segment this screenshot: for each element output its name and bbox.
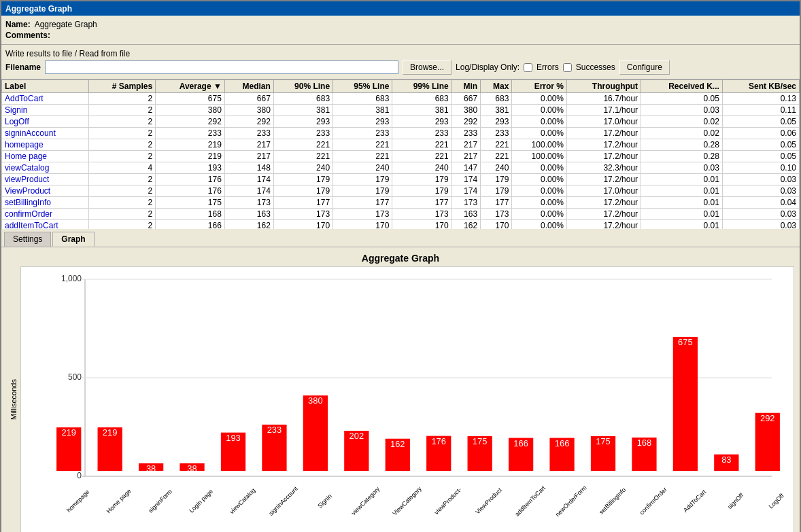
- table-cell: 17.2/hour: [566, 151, 641, 162]
- table-cell: viewCatalog: [2, 162, 89, 174]
- chart-inner: 1,000 500 0 2192193838193233380202162176…: [20, 266, 794, 532]
- table-row: LogOff22922922932932932922930.00%17.0/ho…: [2, 116, 800, 128]
- col-label[interactable]: Label: [2, 80, 89, 93]
- table-cell: 179: [273, 185, 333, 197]
- table-cell: 219: [156, 151, 225, 162]
- table-cell: 0.03: [641, 105, 723, 116]
- table-cell: 233: [481, 128, 512, 139]
- table-cell: 0.04: [722, 197, 799, 209]
- col-99line[interactable]: 99% Line: [392, 80, 451, 93]
- table-cell: 148: [224, 162, 273, 174]
- col-sent[interactable]: Sent KB/sec: [722, 80, 799, 93]
- tab-graph[interactable]: Graph: [52, 232, 94, 247]
- col-received[interactable]: Received K...: [641, 80, 723, 93]
- table-cell: 179: [481, 174, 512, 185]
- table-row: setBillingInfo21751731771771771731770.00…: [2, 197, 800, 209]
- svg-text:0: 0: [77, 471, 82, 480]
- results-table-container[interactable]: Label # Samples Average ▼ Median 90% Lin…: [1, 79, 800, 229]
- table-cell: 221: [481, 139, 512, 151]
- window-title: Aggregate Graph: [5, 4, 72, 14]
- table-cell: 240: [392, 162, 451, 174]
- bar-value-label: 38: [187, 464, 197, 471]
- filename-label: Filename: [5, 63, 41, 72]
- bar-value-label: 675: [678, 338, 693, 347]
- y-axis-label: Milliseconds: [7, 266, 20, 532]
- table-cell: 0.00%: [512, 93, 567, 105]
- table-cell: 0.03: [641, 162, 723, 174]
- bar-value-label: 380: [308, 396, 323, 405]
- configure-button[interactable]: Configure: [619, 60, 670, 75]
- table-cell: 0.00%: [512, 116, 567, 128]
- table-cell: Signin: [2, 105, 89, 116]
- col-samples[interactable]: # Samples: [89, 80, 156, 93]
- table-cell: 170: [333, 220, 392, 230]
- table-cell: 175: [156, 197, 225, 209]
- table-cell: 381: [333, 105, 392, 116]
- table-cell: 2: [89, 151, 156, 162]
- col-median[interactable]: Median: [224, 80, 273, 93]
- successes-checkbox[interactable]: [563, 63, 572, 72]
- table-cell: 293: [333, 116, 392, 128]
- log-display-row: Log/Display Only: Errors Successes: [456, 63, 615, 72]
- table-cell: 174: [451, 185, 480, 197]
- table-cell: 675: [156, 93, 225, 105]
- main-window: Aggregate Graph Name: Aggregate Graph Co…: [0, 0, 801, 532]
- col-90line[interactable]: 90% Line: [273, 80, 333, 93]
- table-cell: 221: [481, 151, 512, 162]
- table-cell: ViewProduct: [2, 185, 89, 197]
- table-cell: 0.05: [641, 93, 723, 105]
- table-cell: 0.01: [641, 197, 723, 209]
- table-cell: 176: [156, 185, 225, 197]
- table-cell: 0.00%: [512, 174, 567, 185]
- table-cell: 0.11: [722, 105, 799, 116]
- table-cell: 381: [392, 105, 451, 116]
- table-cell: 2: [89, 197, 156, 209]
- table-cell: 179: [333, 174, 392, 185]
- col-error[interactable]: Error %: [512, 80, 567, 93]
- table-cell: Home page: [2, 151, 89, 162]
- col-95line[interactable]: 95% Line: [333, 80, 392, 93]
- table-cell: 17.2/hour: [566, 209, 641, 220]
- bar-value-label: 83: [721, 455, 731, 464]
- table-cell: 17.0/hour: [566, 116, 641, 128]
- errors-checkbox[interactable]: [524, 63, 532, 72]
- table-row: viewProduct21761741791791791741790.00%17…: [2, 174, 800, 185]
- table-cell: 17.2/hour: [566, 128, 641, 139]
- bar-value-label: 219: [103, 428, 118, 437]
- table-cell: 221: [392, 139, 451, 151]
- table-cell: 100.00%: [512, 151, 567, 162]
- table-cell: 163: [451, 209, 480, 220]
- table-cell: 17.2/hour: [566, 139, 641, 151]
- table-row: confirmOrder21681631731731731631730.00%1…: [2, 209, 800, 220]
- table-cell: 683: [392, 93, 451, 105]
- table-cell: 0.00%: [512, 128, 567, 139]
- browse-button[interactable]: Browse...: [403, 60, 451, 75]
- tab-settings[interactable]: Settings: [4, 232, 51, 247]
- table-cell: setBillingInfo: [2, 197, 89, 209]
- table-cell: 163: [224, 209, 273, 220]
- filename-input[interactable]: [45, 60, 398, 74]
- table-cell: 240: [481, 162, 512, 174]
- table-cell: 174: [224, 174, 273, 185]
- name-value: Aggregate Graph: [35, 20, 97, 29]
- col-average[interactable]: Average ▼: [156, 80, 225, 93]
- table-cell: 179: [333, 185, 392, 197]
- table-cell: 2: [89, 139, 156, 151]
- table-cell: 173: [273, 209, 333, 220]
- table-cell: 0.10: [722, 162, 799, 174]
- table-cell: 219: [156, 139, 225, 151]
- col-min[interactable]: Min: [451, 80, 480, 93]
- col-throughput[interactable]: Throughput: [566, 80, 641, 93]
- bar-value-label: 175: [596, 437, 611, 446]
- table-cell: signinAccount: [2, 128, 89, 139]
- table-cell: 380: [224, 105, 273, 116]
- table-cell: 179: [273, 174, 333, 185]
- bar-value-label: 176: [431, 437, 446, 446]
- table-cell: 380: [451, 105, 480, 116]
- table-cell: 170: [392, 220, 451, 230]
- table-cell: 17.2/hour: [566, 197, 641, 209]
- table-cell: 293: [273, 116, 333, 128]
- table-cell: 293: [481, 116, 512, 128]
- table-cell: 177: [392, 197, 451, 209]
- col-max[interactable]: Max: [481, 80, 512, 93]
